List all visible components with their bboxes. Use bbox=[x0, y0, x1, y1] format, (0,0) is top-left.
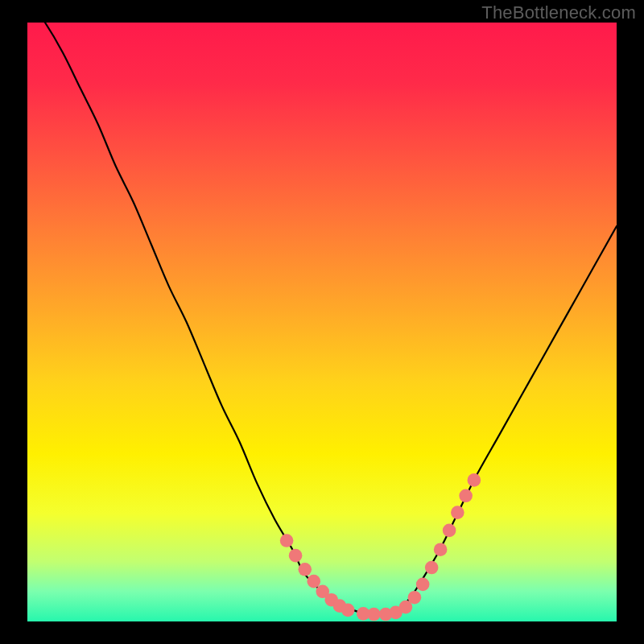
watermark-text: TheBottleneck.com bbox=[481, 2, 636, 23]
data-dot bbox=[341, 604, 355, 617]
data-dot bbox=[289, 549, 303, 563]
data-dot bbox=[367, 608, 381, 621]
data-dot bbox=[408, 591, 422, 605]
data-dot bbox=[298, 563, 312, 576]
chart-stage: TheBottleneck.com bbox=[0, 0, 644, 644]
heat-gradient bbox=[27, 23, 617, 621]
data-dot bbox=[443, 524, 456, 538]
chart-canvas bbox=[0, 0, 644, 644]
data-dot bbox=[425, 561, 439, 575]
data-dot bbox=[307, 575, 320, 588]
data-dot bbox=[468, 473, 481, 487]
data-dot bbox=[416, 578, 430, 592]
data-dot bbox=[459, 489, 473, 502]
data-dot bbox=[434, 543, 448, 556]
data-dot bbox=[451, 506, 464, 519]
data-dot bbox=[280, 534, 294, 547]
